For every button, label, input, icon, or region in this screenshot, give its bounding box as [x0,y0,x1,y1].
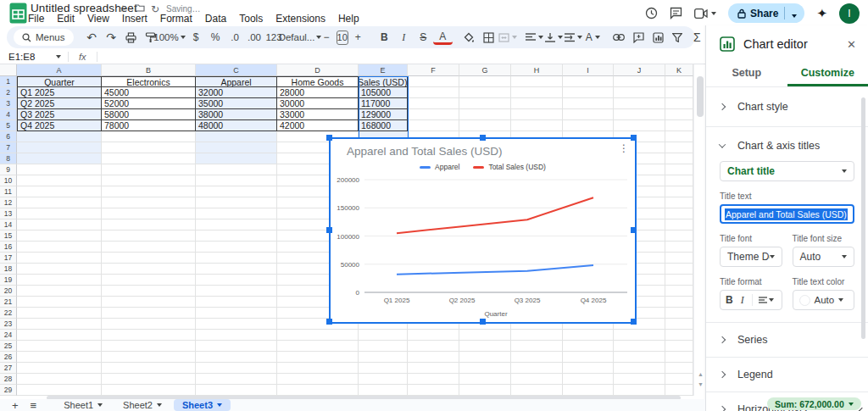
cell[interactable] [277,352,359,363]
cell[interactable] [665,297,693,308]
row-header-23[interactable]: 23 [0,319,17,330]
row-header-25[interactable]: 25 [0,341,17,352]
row-header-20[interactable]: 20 [0,286,17,297]
cell[interactable] [17,330,102,341]
cell[interactable] [102,297,196,308]
strikethrough-button[interactable]: S [414,28,433,47]
cell[interactable]: 42000 [277,120,359,131]
cell[interactable] [196,153,277,164]
menus-search[interactable]: Menus [14,29,74,46]
cell[interactable] [665,230,693,242]
cell[interactable]: 117000 [359,98,408,109]
title-text-input[interactable]: Apparel and Total Sales (USD) [720,204,854,224]
cell[interactable] [17,153,102,164]
cell[interactable]: 32000 [196,87,277,98]
cell[interactable] [665,131,693,142]
grid-vertical-scrollbar[interactable]: ▲ ▼ [693,64,705,396]
print-button[interactable] [121,28,141,47]
column-header-F[interactable]: F [408,64,459,76]
row-header-21[interactable]: 21 [0,297,17,308]
sheet-tab-sheet1[interactable]: Sheet1 [55,399,111,411]
cell[interactable] [196,308,277,319]
cell[interactable] [17,186,102,197]
insert-chart-button[interactable] [648,28,668,47]
cell[interactable] [511,363,563,374]
cell[interactable] [102,264,196,275]
cell[interactable] [196,330,277,341]
version-history-icon[interactable] [645,7,658,19]
title-font-select[interactable]: Theme Defaul… [720,247,782,267]
column-header-G[interactable]: G [459,64,511,76]
cell[interactable] [665,87,693,98]
cell[interactable] [102,286,196,297]
cell[interactable] [196,374,277,385]
cell[interactable] [102,153,196,164]
cell[interactable] [102,197,196,208]
gemini-icon[interactable]: ✦ [816,6,827,21]
increase-font-size-button[interactable]: + [348,28,368,47]
comments-icon[interactable] [670,7,682,19]
section-series[interactable]: Series [706,323,868,357]
cell[interactable] [17,374,102,385]
cell[interactable] [277,330,359,341]
cell[interactable] [196,186,277,197]
cell[interactable] [665,352,693,363]
cell[interactable] [614,109,665,120]
cell[interactable] [102,219,196,230]
section-chart-style[interactable]: Chart style [706,87,868,126]
cell[interactable] [665,186,693,197]
cell[interactable]: 33000 [277,109,359,120]
cell[interactable] [614,76,665,87]
menu-view[interactable]: View [87,13,109,25]
row-header-15[interactable]: 15 [0,230,17,242]
cell[interactable] [511,352,563,363]
cell[interactable] [196,175,277,186]
cell[interactable] [196,264,277,275]
cell[interactable] [102,242,196,253]
row-header-13[interactable]: 13 [0,208,17,219]
column-header-H[interactable]: H [511,64,563,76]
column-header-J[interactable]: J [614,64,665,76]
cell[interactable] [17,264,102,275]
cell[interactable]: 38000 [196,109,277,120]
decrease-decimal-button[interactable]: .0 [225,28,245,47]
format-percent-button[interactable]: % [206,28,225,47]
row-header-16[interactable]: 16 [0,242,17,253]
cell[interactable]: Quarter [17,76,102,87]
cell[interactable]: 30000 [277,98,359,109]
cell[interactable] [17,164,102,175]
chart-title-type-select[interactable]: Chart title [720,161,854,181]
row-header-24[interactable]: 24 [0,330,17,341]
cell[interactable] [563,87,614,98]
scroll-up-icon[interactable]: ▲ [698,371,704,377]
cell[interactable] [196,363,277,374]
cell[interactable] [17,253,102,264]
cell[interactable]: Q1 2025 [17,87,102,98]
cell[interactable] [665,197,693,208]
cell[interactable] [102,253,196,264]
cell[interactable] [277,363,359,374]
cell[interactable] [665,120,693,131]
text-wrap-button[interactable] [564,28,583,47]
cell[interactable]: 78000 [102,120,196,131]
row-header-7[interactable]: 7 [0,142,17,153]
borders-button[interactable] [479,28,498,47]
cell[interactable] [102,363,196,374]
cell[interactable] [196,164,277,175]
cell[interactable] [408,76,459,87]
cell[interactable] [614,98,665,109]
cell[interactable] [17,208,102,219]
cell[interactable] [665,275,693,286]
cell[interactable] [614,363,665,374]
scrollbar-thumb[interactable] [697,76,704,117]
cell[interactable] [459,341,511,352]
cell[interactable] [196,319,277,330]
italic-button[interactable]: I [394,28,414,47]
cell[interactable] [459,363,511,374]
cell[interactable] [665,319,693,330]
row-header-8[interactable]: 8 [0,153,17,164]
cell[interactable] [665,253,693,264]
cell[interactable] [102,230,196,242]
cell[interactable] [459,120,511,131]
cell[interactable] [614,87,665,98]
